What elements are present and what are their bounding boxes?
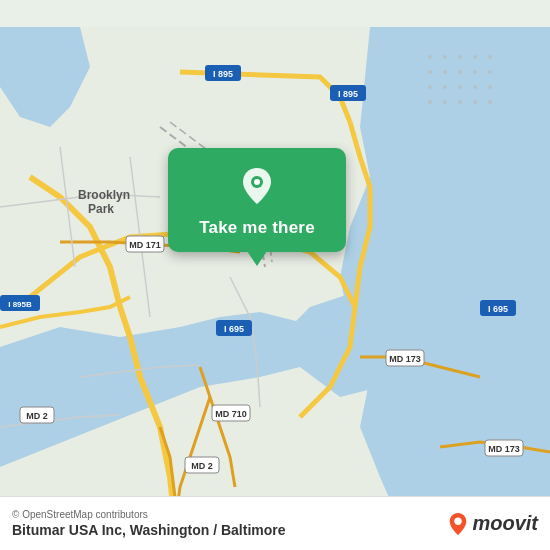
location-pin-icon [235, 164, 279, 208]
svg-point-43 [473, 100, 477, 104]
svg-text:I 695: I 695 [488, 304, 508, 314]
svg-point-28 [473, 55, 477, 59]
svg-point-33 [473, 70, 477, 74]
moovit-pin-icon [448, 512, 468, 536]
svg-point-29 [488, 55, 492, 59]
svg-point-36 [443, 85, 447, 89]
svg-point-30 [428, 70, 432, 74]
svg-point-34 [488, 70, 492, 74]
take-me-there-button[interactable]: Take me there [199, 218, 315, 238]
svg-point-31 [443, 70, 447, 74]
svg-text:MD 2: MD 2 [26, 411, 48, 421]
svg-text:Brooklyn: Brooklyn [78, 188, 130, 202]
svg-text:I 895: I 895 [213, 69, 233, 79]
svg-point-42 [458, 100, 462, 104]
svg-point-35 [428, 85, 432, 89]
svg-text:MD 2: MD 2 [191, 461, 213, 471]
svg-point-32 [458, 70, 462, 74]
svg-text:I 895B: I 895B [8, 300, 32, 309]
svg-point-40 [428, 100, 432, 104]
location-name: Bitumar USA Inc, Washington / Baltimore [12, 522, 286, 538]
moovit-brand-text: moovit [472, 512, 538, 535]
svg-text:MD 173: MD 173 [488, 444, 520, 454]
map-background: I 895 I 895 I 695 I 695 I 895B MD 171 MD… [0, 0, 550, 550]
svg-point-44 [488, 100, 492, 104]
bottom-bar: © OpenStreetMap contributors Bitumar USA… [0, 496, 550, 550]
svg-text:MD 171: MD 171 [129, 240, 161, 250]
svg-text:MD 710: MD 710 [215, 409, 247, 419]
svg-text:I 695: I 695 [224, 324, 244, 334]
svg-point-25 [428, 55, 432, 59]
copyright-text: © OpenStreetMap contributors [12, 509, 286, 520]
svg-point-39 [488, 85, 492, 89]
svg-text:MD 173: MD 173 [389, 354, 421, 364]
location-info: © OpenStreetMap contributors Bitumar USA… [12, 509, 286, 538]
svg-point-37 [458, 85, 462, 89]
svg-text:Park: Park [88, 202, 114, 216]
svg-point-26 [443, 55, 447, 59]
svg-point-41 [443, 100, 447, 104]
svg-text:I 895: I 895 [338, 89, 358, 99]
svg-point-27 [458, 55, 462, 59]
popup-card: Take me there [168, 148, 346, 252]
moovit-logo: moovit [448, 512, 538, 536]
map-container: I 895 I 895 I 695 I 695 I 895B MD 171 MD… [0, 0, 550, 550]
svg-point-47 [455, 517, 462, 524]
svg-point-46 [254, 179, 260, 185]
svg-point-38 [473, 85, 477, 89]
